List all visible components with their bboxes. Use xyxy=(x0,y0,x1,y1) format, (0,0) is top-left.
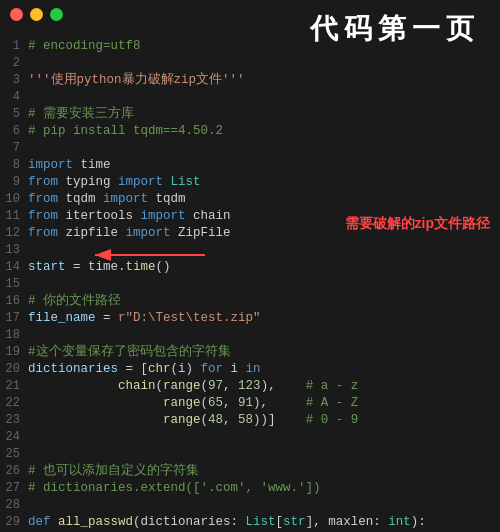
minimize-button[interactable] xyxy=(30,8,43,21)
code-line-8: 8 import time xyxy=(0,157,500,174)
arrow-icon xyxy=(90,243,210,268)
code-line-6: 6 # pip install tqdm==4.50.2 xyxy=(0,123,500,140)
code-line-7: 7 xyxy=(0,140,500,157)
annotation-text: 需要破解的zip文件路径 xyxy=(345,215,490,233)
code-line-25: 25 xyxy=(0,446,500,463)
code-line-18: 18 xyxy=(0,327,500,344)
code-line-28: 28 xyxy=(0,497,500,514)
code-line-24: 24 xyxy=(0,429,500,446)
code-line-19: 19 #这个变量保存了密码包含的字符集 xyxy=(0,344,500,361)
code-line-22: 22 range(65, 91), # A - Z xyxy=(0,395,500,412)
code-line-15: 15 xyxy=(0,276,500,293)
code-line-16: 16 # 你的文件路径 xyxy=(0,293,500,310)
titlebar xyxy=(10,8,63,21)
code-line-20: 20 dictionaries = [chr(i) for i in xyxy=(0,361,500,378)
code-line-27: 27 # dictionaries.extend(['.com', 'www.'… xyxy=(0,480,500,497)
code-line-4: 4 xyxy=(0,89,500,106)
code-line-3: 3 '''使用python暴力破解zip文件''' xyxy=(0,72,500,89)
code-line-26: 26 # 也可以添加自定义的字符集 xyxy=(0,463,500,480)
code-line-13: 13 xyxy=(0,242,500,259)
code-line-21: 21 chain(range(97, 123), # a - z xyxy=(0,378,500,395)
page-title: 代码第一页 xyxy=(310,10,480,48)
code-line-29: 29 def all_passwd(dictionaries: List[str… xyxy=(0,514,500,531)
maximize-button[interactable] xyxy=(50,8,63,21)
close-button[interactable] xyxy=(10,8,23,21)
code-line-14: 14 start = time.time() xyxy=(0,259,500,276)
code-line-17: 17 file_name = r"D:\Test\test.zip" xyxy=(0,310,500,327)
code-editor: 1 # encoding=utf8 2 3 '''使用python暴力破解zip… xyxy=(0,0,500,532)
code-line-2: 2 xyxy=(0,55,500,72)
code-line-23: 23 range(48, 58))] # 0 - 9 xyxy=(0,412,500,429)
code-line-5: 5 # 需要安装三方库 xyxy=(0,106,500,123)
code-line-10: 10 from tqdm import tqdm xyxy=(0,191,500,208)
code-line-9: 9 from typing import List xyxy=(0,174,500,191)
